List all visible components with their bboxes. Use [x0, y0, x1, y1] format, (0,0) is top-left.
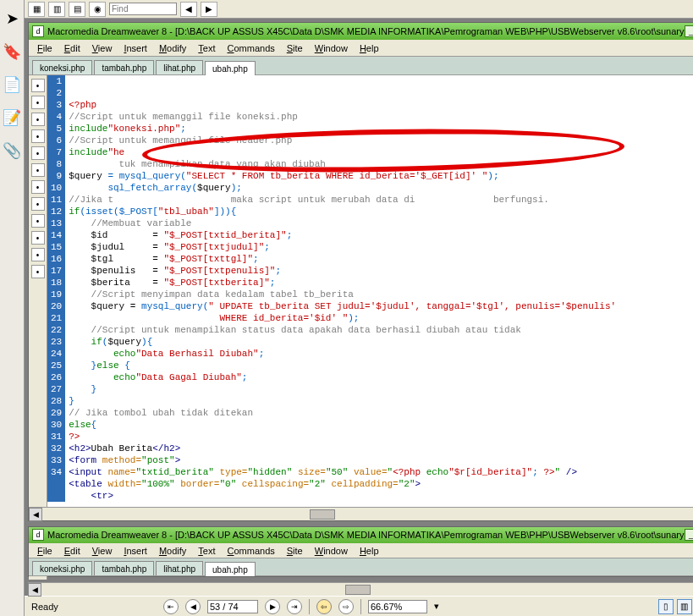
paperclip-icon[interactable]: 📎	[0, 140, 24, 161]
tab-koneksi-php[interactable]: koneksi.php	[32, 60, 92, 74]
refresh-icon[interactable]: •	[31, 146, 45, 160]
tool-icon-2[interactable]: ▥	[48, 2, 65, 17]
menu-insert[interactable]: Insert	[118, 41, 152, 55]
scroll-thumb[interactable]	[345, 585, 371, 595]
titlebar: d Macromedia Dreamweaver 8 - [D:\BACK UP…	[29, 527, 693, 543]
tab-tambah-php[interactable]: tambah.php	[94, 60, 154, 74]
menu-commands[interactable]: Commands	[223, 41, 280, 55]
copy-icon[interactable]: 📄	[0, 74, 24, 95]
find-prev-icon[interactable]: ◀	[180, 2, 197, 17]
tool-icon-1[interactable]: ▦	[28, 2, 45, 17]
menubar: FileEditViewInsertModifyTextCommandsSite…	[29, 543, 693, 559]
code-area[interactable]: 1234567891011121314151617181920212223242…	[47, 75, 693, 507]
help-icon[interactable]: •	[31, 197, 45, 211]
menu-site[interactable]: Site	[282, 544, 308, 558]
main-content: ▦ ▥ ▤ ◉ ◀ ▶ d Macromedia Dreamweaver 8 -…	[25, 0, 693, 616]
separator	[309, 599, 310, 614]
tab-koneksi-php[interactable]: koneksi.php	[32, 561, 92, 575]
menu-modify[interactable]: Modify	[154, 544, 191, 558]
app-icon: d	[32, 529, 44, 541]
menu-commands[interactable]: Commands	[223, 544, 280, 558]
globe-icon[interactable]: •	[31, 163, 45, 177]
code-toolstrip	[29, 576, 47, 580]
dreamweaver-window-bottom: d Macromedia Dreamweaver 8 - [D:\BACK UP…	[28, 526, 693, 577]
tool-icon-4[interactable]: ◉	[89, 2, 106, 17]
minimize-button[interactable]: _	[685, 529, 693, 541]
app-icon: d	[32, 25, 44, 37]
view-single-icon[interactable]: ▯	[658, 599, 674, 614]
prev-page-button[interactable]: ◀	[185, 599, 201, 614]
menu-text[interactable]: Text	[193, 544, 220, 558]
menu-view[interactable]: View	[87, 544, 118, 558]
top-toolbar: ▦ ▥ ▤ ◉ ◀ ▶	[25, 0, 693, 19]
menu-site[interactable]: Site	[282, 41, 308, 55]
dreamweaver-window-top: d Macromedia Dreamweaver 8 - [D:\BACK UP…	[28, 22, 693, 521]
page-input[interactable]	[207, 600, 258, 613]
first-page-button[interactable]: ⇤	[163, 599, 179, 614]
c-icon[interactable]: •	[31, 265, 45, 278]
zoom-input[interactable]	[368, 600, 427, 613]
tab-ubah-php[interactable]: ubah.php	[205, 562, 256, 576]
menu-modify[interactable]: Modify	[154, 41, 191, 55]
a-icon[interactable]: •	[31, 231, 45, 245]
pointer-icon[interactable]: ➤	[0, 8, 24, 29]
menu-window[interactable]: Window	[310, 544, 353, 558]
window-title: Macromedia Dreamweaver 8 - [D:\BACK UP A…	[47, 26, 685, 36]
split-icon[interactable]: •	[31, 79, 45, 92]
b-icon[interactable]: •	[31, 248, 45, 261]
file-tabs: koneksi.phptambah.phplihat.phpubah.php	[29, 57, 693, 75]
menu-edit[interactable]: Edit	[59, 544, 85, 558]
tab-lihat-php[interactable]: lihat.php	[156, 561, 203, 575]
menu-help[interactable]: Help	[355, 41, 384, 55]
scroll-left-icon[interactable]: ◀	[29, 508, 42, 521]
dropdown-icon[interactable]: ▾	[434, 601, 439, 612]
menu-edit[interactable]: Edit	[59, 41, 85, 55]
find-input[interactable]	[109, 3, 177, 15]
lock-icon[interactable]: •	[31, 214, 45, 228]
menu-insert[interactable]: Insert	[118, 544, 152, 558]
tab-ubah-php[interactable]: ubah.php	[205, 61, 256, 75]
status-text: Ready	[31, 602, 124, 612]
tab-tambah-php[interactable]: tambah.php	[94, 561, 154, 575]
code-lines[interactable]: <?php//Script untuk memanggil file konek…	[65, 75, 616, 502]
tab-lihat-php[interactable]: lihat.php	[156, 60, 203, 74]
menu-help[interactable]: Help	[355, 544, 384, 558]
find-next-icon[interactable]: ▶	[201, 2, 217, 17]
separator	[360, 599, 361, 614]
titlebar: d Macromedia Dreamweaver 8 - [D:\BACK UP…	[29, 23, 693, 40]
view-continuous-icon[interactable]: ▥	[677, 599, 692, 614]
menu-view[interactable]: View	[87, 41, 118, 55]
menu-file[interactable]: File	[32, 41, 58, 55]
tool-icon-3[interactable]: ▤	[69, 2, 85, 17]
minimize-button[interactable]: _	[685, 25, 693, 37]
ruler-icon[interactable]: •	[31, 180, 45, 194]
code-toolstrip: ••••••••••••	[29, 75, 47, 507]
file-tabs: koneksi.phptambah.phplihat.phpubah.php	[29, 558, 693, 576]
editor: •••••••••••• 123456789101112131415161718…	[29, 75, 693, 507]
next-page-button[interactable]: ▶	[265, 599, 280, 614]
scroll-thumb[interactable]	[310, 509, 335, 520]
last-page-button[interactable]: ⇥	[287, 599, 302, 614]
nav-back-button[interactable]: ⇦	[316, 599, 332, 614]
nav-forward-button[interactable]: ⇨	[338, 599, 354, 614]
note-icon[interactable]: 📝	[0, 107, 24, 128]
menu-window[interactable]: Window	[310, 41, 353, 55]
menu-text[interactable]: Text	[193, 41, 220, 55]
scroll-left-icon[interactable]: ◀	[28, 583, 41, 597]
line-gutter: 1234567891011121314151617181920212223242…	[47, 75, 65, 502]
design-icon[interactable]: •	[31, 113, 45, 126]
window-title: Macromedia Dreamweaver 8 - [D:\BACK UP A…	[47, 530, 685, 540]
bookmark-icon[interactable]: 🔖	[0, 41, 24, 62]
horizontal-scrollbar[interactable]: ◀ ▶	[29, 507, 693, 520]
pdf-left-sidebar: ➤ 🔖 📄 📝 📎	[0, 0, 25, 616]
menubar: FileEditViewInsertModifyTextCommandsSite…	[29, 40, 693, 57]
statusbar: Ready ⇤ ◀ ▶ ⇥ ⇦ ⇨ ▾ ▯ ▥ ▦ ▤	[25, 596, 693, 616]
code-icon[interactable]: •	[31, 129, 45, 143]
menu-file[interactable]: File	[32, 544, 58, 558]
live-icon[interactable]: •	[31, 96, 45, 109]
page-horizontal-scrollbar[interactable]: ◀ ▶	[28, 582, 693, 596]
